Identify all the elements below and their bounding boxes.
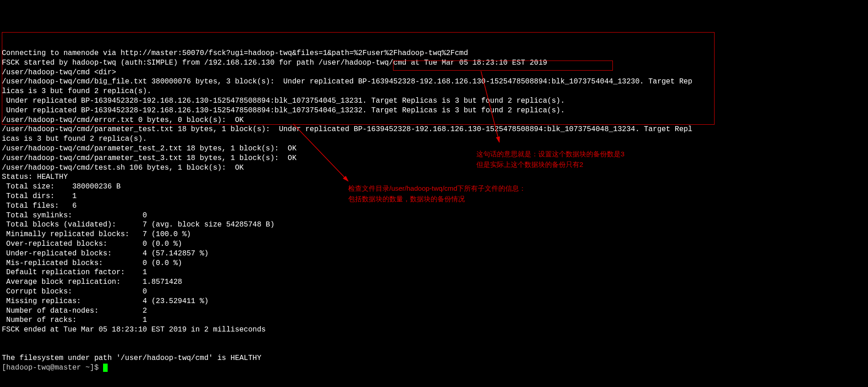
stat-data-nodes: Number of data-nodes: 2 [2,307,147,315]
stat-corrupt-blocks: Corrupt blocks: 0 [2,287,147,296]
stat-avg-replication: Average block replication: 1.8571428 [2,278,182,286]
stat-total-dirs: Total dirs: 1 [2,192,76,200]
stat-racks: Number of racks: 1 [2,316,147,324]
annotation-text: 检查文件目录/user/hadoop-twq/cmd下所有子文件的信息： [348,183,577,194]
stat-default-replication: Default replication factor: 1 [2,268,147,276]
dir-line: /user/hadoop-twq/cmd <dir> [2,68,116,77]
file-line: /user/hadoop-twq/cmd/test.sh 106 bytes, … [2,164,244,172]
stat-total-files: Total files: 6 [2,202,76,210]
file-line: /user/hadoop-twq/cmd/parameter_test_2.tx… [2,144,296,153]
annotation-replicas: 这句话的意思就是：设置这个数据块的备份数是3 但是实际上这个数据块的备份只有2 [476,149,705,170]
terminal-output: Connecting to namenode via http://master… [0,38,868,374]
stat-min-replicated: Minimally replicated blocks: 7 (100.0 %) [2,230,191,238]
file-line: /user/hadoop-twq/cmd/big_file.txt 380000… [2,77,692,86]
file-line: licas is 3 but found 2 replica(s). [2,87,151,95]
annotation-text: 这句话的意思就是：设置这个数据块的备份数是3 [476,149,705,160]
file-line: Under replicated BP-1639452328-192.168.1… [2,106,565,115]
stat-total-blocks: Total blocks (validated): 7 (avg. block … [2,221,274,229]
annotation-text: 包括数据块的数量，数据块的备份情况 [348,194,577,205]
stat-over-replicated: Over-replicated blocks: 0 (0.0 %) [2,240,182,248]
annotation-files: 检查文件目录/user/hadoop-twq/cmd下所有子文件的信息： 包括数… [348,183,577,204]
connect-line: Connecting to namenode via http://master… [2,49,468,57]
stat-under-replicated: Under-replicated blocks: 4 (57.142857 %) [2,249,208,258]
cursor-icon [103,364,108,372]
shell-prompt[interactable]: [hadoop-twq@master ~]$ [2,364,103,372]
file-line: icas is 3 but found 2 replica(s). [2,135,147,143]
filesystem-healthy: The filesystem under path '/user/hadoop-… [2,354,262,362]
stat-mis-replicated: Mis-replicated blocks: 0 (0.0 %) [2,259,182,267]
file-line: /user/hadoop-twq/cmd/parameter_test.txt … [2,125,692,133]
file-line: /user/hadoop-twq/cmd/parameter_test_3.tx… [2,154,296,162]
stat-missing-replicas: Missing replicas: 4 (23.529411 %) [2,297,208,305]
annotation-text: 但是实际上这个数据块的备份只有2 [476,160,705,170]
fsck-ended: FSCK ended at Tue Mar 05 18:23:10 EST 20… [2,326,266,334]
file-line: /user/hadoop-twq/cmd/error.txt 0 bytes, … [2,116,244,124]
status-healthy: Status: HEALTHY [2,173,68,181]
stat-total-size: Total size: 380000236 B [2,182,120,191]
stat-total-symlinks: Total symlinks: 0 [2,211,147,220]
fsck-start-line: FSCK started by hadoop-twq (auth:SIMPLE)… [2,59,547,67]
file-line: Under replicated BP-1639452328-192.168.1… [2,97,565,105]
